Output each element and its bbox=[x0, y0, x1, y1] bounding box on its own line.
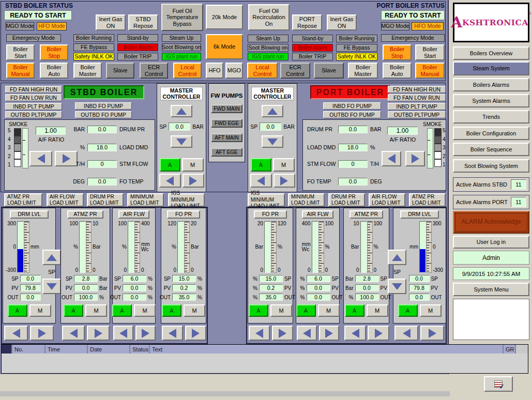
manual-button[interactable]: M bbox=[134, 304, 156, 317]
port-master-sp-value[interactable]: 0.0 bbox=[260, 122, 281, 131]
aft-main-pump-button[interactable]: AFT MAIN bbox=[211, 133, 242, 142]
gauge-fo-stbd-right-button[interactable] bbox=[185, 326, 206, 341]
stbd-master-left-button[interactable] bbox=[159, 174, 181, 188]
alarm-col-gr[interactable]: GR bbox=[504, 345, 516, 353]
gauge-fo-port-right-button[interactable] bbox=[272, 326, 293, 341]
auto-button[interactable]: A bbox=[112, 304, 132, 317]
port-drum-pr-load-limit-button[interactable]: DRUM PR LOAD LIMIT bbox=[328, 193, 365, 207]
port-air-flow-load-limit-button[interactable]: AIR FLOW LOAD LIMIT bbox=[369, 193, 405, 207]
sp-value[interactable]: 2.8 bbox=[74, 275, 98, 282]
gauge-air-stbd-left-button[interactable] bbox=[113, 326, 133, 341]
gauge-atmz-port-right-button[interactable] bbox=[368, 326, 389, 341]
sidebar-item-trends[interactable]: Trends bbox=[453, 110, 529, 124]
sp-value[interactable]: 6.0 bbox=[307, 275, 330, 282]
stbd-master-manual-button[interactable]: M bbox=[182, 158, 204, 172]
stbd-master-auto-button[interactable]: A bbox=[160, 158, 180, 172]
sp-value[interactable]: 6.0 bbox=[123, 275, 146, 282]
port-repose-button[interactable]: PORT Repose bbox=[292, 14, 322, 30]
port-master-auto-button[interactable]: A bbox=[251, 158, 271, 172]
gauge-air-port-left-button[interactable] bbox=[297, 326, 317, 341]
port-boiler-auto-button[interactable]: Boiler Auto bbox=[383, 63, 412, 79]
sp-value[interactable]: 0.0 bbox=[409, 275, 430, 282]
system-menu-button[interactable]: System Menu bbox=[453, 283, 529, 296]
gauge-air-port-right-button[interactable] bbox=[319, 326, 339, 341]
port-master-manual-button[interactable]: M bbox=[273, 158, 295, 172]
manual-button[interactable]: M bbox=[420, 304, 442, 317]
stbd-af-ratio-value[interactable]: 1.00 bbox=[36, 127, 66, 135]
gauge-fo-stbd-left-button[interactable] bbox=[162, 326, 183, 341]
stbd-local-control-button[interactable]: Local Control bbox=[173, 63, 202, 79]
port-master-right-button[interactable] bbox=[273, 174, 295, 188]
gauge-drm-port-left-button[interactable] bbox=[394, 326, 418, 341]
port-master-sp-up-button[interactable] bbox=[262, 105, 283, 117]
manual-button[interactable]: M bbox=[270, 304, 292, 317]
gauge-atmz-stbd-right-button[interactable] bbox=[87, 326, 110, 341]
manual-button[interactable]: M bbox=[318, 304, 340, 317]
alarm-col-status[interactable]: Status bbox=[130, 345, 150, 353]
stbd-master-sp-down-button[interactable] bbox=[171, 135, 192, 148]
sp-up-button[interactable] bbox=[42, 250, 61, 265]
manual-button[interactable]: M bbox=[184, 304, 205, 317]
sidebar-item-boiler-sequence[interactable]: Boiler Sequence bbox=[453, 143, 529, 156]
sidebar-item-boiler-configuration[interactable]: Boiler Configuration bbox=[453, 127, 529, 140]
sidebar-item-soot-blowing-system[interactable]: Soot Blowing System bbox=[453, 159, 529, 173]
fwd-main-pump-button[interactable]: FWD MAIN bbox=[211, 104, 242, 113]
stbd-master-sp-value[interactable]: 0.0 bbox=[169, 122, 190, 131]
sp-value[interactable]: 15.0 bbox=[172, 275, 196, 282]
stbd-boiler-start-button[interactable]: Boiler Start bbox=[6, 44, 35, 60]
taskbar-keyboard-button[interactable] bbox=[484, 376, 513, 392]
mode-20k-button[interactable]: 20k Mode bbox=[206, 5, 243, 29]
sp-value[interactable]: 15.0 bbox=[259, 275, 283, 282]
port-inert-gas-on-button[interactable]: Inert Gas ON bbox=[327, 14, 357, 30]
auto-button[interactable]: A bbox=[345, 304, 364, 317]
auto-button[interactable]: A bbox=[398, 304, 418, 317]
auto-button[interactable]: A bbox=[249, 304, 268, 317]
port-minimum-load-limit-button[interactable]: MINIMUM LOAD LIMIT bbox=[288, 193, 325, 207]
gauge-fo-port-left-button[interactable] bbox=[249, 326, 270, 341]
mode-6k-button[interactable]: 6k Mode bbox=[206, 34, 243, 59]
gauge-atmz-port-left-button[interactable] bbox=[344, 326, 366, 341]
port-local-control-button[interactable]: Local Control bbox=[247, 63, 278, 79]
sidebar-item-boilers-overview[interactable]: Boilers Overview bbox=[453, 47, 529, 60]
port-boiler-master-button[interactable]: Boiler Master bbox=[348, 63, 378, 79]
sidebar-item-steam-system[interactable]: Steam System bbox=[453, 61, 529, 75]
stbd-master-right-button[interactable] bbox=[183, 174, 204, 188]
gauge-drm-stbd-left-button[interactable] bbox=[4, 326, 28, 341]
port-ecr-control-button[interactable]: ECR Control bbox=[280, 63, 310, 79]
stbd-inert-gas-on-button[interactable]: Inert Gas ON bbox=[96, 14, 126, 30]
port-af-decrease-button[interactable] bbox=[382, 151, 401, 166]
stbd-drum-pr-load-limit-button[interactable]: DRUM PR LOAD LIMIT bbox=[87, 193, 124, 207]
alarm-col-text[interactable]: Text bbox=[150, 345, 504, 353]
gauge-drm-stbd-right-button[interactable] bbox=[30, 326, 54, 341]
stbd-minimum-load-limit-button[interactable]: MINIMUM LOAD LIMIT bbox=[127, 193, 164, 207]
port-master-sp-down-button[interactable] bbox=[262, 135, 283, 148]
hfo-button[interactable]: HFO bbox=[206, 63, 223, 79]
stbd-boiler-master-button[interactable]: Boiler Master bbox=[73, 63, 102, 79]
fwd-ege-pump-button[interactable]: FWD EGE bbox=[211, 119, 242, 128]
port-igs-minimum-load-limit-button[interactable]: IGS MINIMUM LOAD LIMIT bbox=[248, 193, 285, 207]
port-slave-button[interactable]: Slave bbox=[314, 63, 344, 79]
sp-down-button[interactable] bbox=[42, 279, 61, 294]
port-master-left-button[interactable] bbox=[250, 174, 272, 188]
sp-up-button[interactable] bbox=[388, 250, 406, 265]
stbd-boiler-manual-button[interactable]: Boiler Manual bbox=[6, 63, 35, 79]
auto-button[interactable]: A bbox=[162, 304, 181, 317]
stbd-master-sp-up-button[interactable] bbox=[171, 105, 192, 117]
port-boiler-manual-button[interactable]: Boiler Manual bbox=[415, 63, 445, 79]
auto-button[interactable]: A bbox=[64, 304, 83, 317]
port-af-increase-button[interactable] bbox=[405, 151, 425, 166]
alarm-acknowledge-button[interactable]: ALARM Acknowledge bbox=[453, 211, 529, 234]
alarm-col-time[interactable]: Time bbox=[45, 345, 88, 353]
stbd-air-flow-load-limit-button[interactable]: AIR FLOW LOAD LIMIT bbox=[47, 193, 84, 207]
gauge-atmz-stbd-left-button[interactable] bbox=[62, 326, 85, 341]
alarm-list-body[interactable] bbox=[2, 353, 528, 373]
stbd-boiler-stop-button[interactable]: Boiler Stop bbox=[40, 44, 68, 60]
auto-button[interactable]: A bbox=[8, 304, 27, 317]
fuel-oil-recirculation-button[interactable]: Fuel Oil Recirculation On bbox=[248, 4, 290, 30]
stbd-boiler-auto-button[interactable]: Boiler Auto bbox=[40, 63, 68, 79]
port-atmz-pr-load-limit-button[interactable]: ATMZ PR LOAD LIMIT bbox=[409, 193, 446, 207]
stbd-fuel-oil-temp-bypass-button[interactable]: Fuel Oil Temperature Bypass bbox=[161, 4, 203, 31]
port-boiler-stop-button[interactable]: Boiler Stop bbox=[383, 44, 412, 60]
manual-button[interactable]: M bbox=[29, 304, 51, 317]
aft-ege-pump-button[interactable]: AFT EGE bbox=[211, 148, 242, 157]
